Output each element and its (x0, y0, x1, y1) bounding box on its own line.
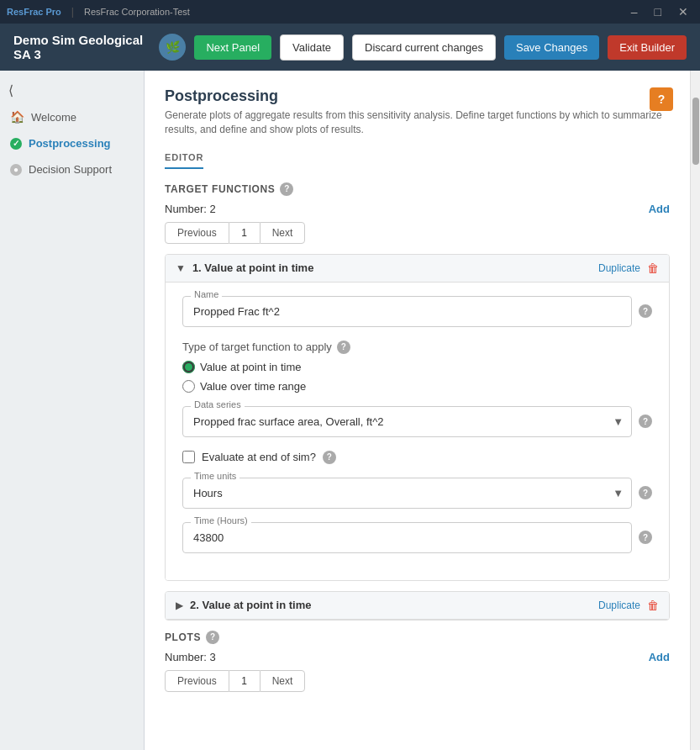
target-functions-count: 2 (209, 203, 215, 215)
time-value-help-icon[interactable]: ? (639, 531, 652, 544)
evaluate-group: Evaluate at end of sim? ? (182, 451, 652, 464)
target-functions-next-button[interactable]: Next (260, 222, 306, 244)
accordion-actions-2: Duplicate 🗑 (598, 599, 659, 612)
data-series-select[interactable]: Propped frac surface area, Overall, ft^2 (182, 406, 632, 437)
plots-help-icon[interactable]: ? (206, 631, 219, 644)
plots-next-button[interactable]: Next (260, 670, 306, 692)
data-series-help-icon[interactable]: ? (639, 415, 652, 428)
sidebar-label-decision: Decision Support (29, 163, 112, 176)
close-button[interactable]: ✕ (673, 3, 693, 20)
name-field-label: Name (191, 289, 222, 299)
maximize-button[interactable]: □ (650, 3, 666, 20)
time-units-label: Time units (191, 471, 239, 481)
plots-add-button[interactable]: Add (649, 651, 670, 663)
plots-label: PLOTS (165, 631, 201, 643)
save-button[interactable]: Save Changes (504, 35, 599, 60)
home-icon: 🏠 (10, 110, 24, 124)
name-field-group: Name ? (182, 296, 652, 327)
sidebar-item-decision[interactable]: ● Decision Support (0, 156, 144, 182)
plots-count: 3 (209, 651, 215, 663)
target-functions-add-button[interactable]: Add (649, 203, 670, 215)
data-series-select-wrapper: Propped frac surface area, Overall, ft^2… (182, 406, 632, 437)
scrollbar-track[interactable] (690, 71, 700, 750)
accordion-item-1: ▼ 1. Value at point in time Duplicate 🗑 … (165, 254, 670, 581)
delete-button-2[interactable]: 🗑 (647, 599, 659, 612)
page-title: Postprocessing (165, 87, 670, 105)
plots-page-num: 1 (229, 670, 260, 692)
sidebar-label-welcome: Welcome (31, 111, 76, 124)
time-units-select[interactable]: Hours Days Months Years (182, 478, 632, 509)
titlebar: ResFrac Pro | ResFrac Corporation-Test –… (0, 0, 700, 24)
plots-pagination: Previous 1 Next (165, 670, 670, 692)
target-functions-page-num: 1 (229, 222, 260, 244)
plots-number-row: Number: 3 Add (165, 651, 670, 663)
evaluate-help-icon[interactable]: ? (323, 451, 336, 464)
minimize-button[interactable]: – (626, 3, 643, 20)
sidebar: ⟨ 🏠 Welcome ✓ Postprocessing ● Decision … (0, 71, 145, 750)
logo-icon: 🌿 (159, 34, 186, 61)
plots-header: PLOTS ? (165, 631, 670, 644)
page-description: Generate plots of aggregate results from… (165, 108, 670, 137)
name-help-icon[interactable]: ? (639, 304, 652, 318)
topbar: Demo Sim Geological SA 3 🌿 Next Panel Va… (0, 24, 700, 71)
data-series-label: Data series (191, 399, 245, 409)
accordion-title-2: 2. Value at point in time (190, 599, 598, 611)
accordion-title-1: 1. Value at point in time (192, 261, 598, 274)
accordion-actions-1: Duplicate 🗑 (598, 261, 659, 275)
time-value-label: Time (Hours) (191, 515, 251, 526)
help-button[interactable]: ? (650, 87, 673, 111)
radio-range-input[interactable] (182, 380, 195, 393)
plots-prev-button[interactable]: Previous (165, 670, 229, 692)
time-units-group: Time units Hours Days Months Years ▼ ? (182, 478, 652, 509)
accordion-item-2: ▶ 2. Value at point in time Duplicate 🗑 (165, 591, 670, 621)
radio-value-at-point[interactable]: Value at point in time (182, 361, 652, 373)
duplicate-button-1[interactable]: Duplicate (598, 262, 640, 274)
editor-section-label: EDITOR (165, 152, 203, 169)
name-input[interactable] (182, 296, 632, 327)
sidebar-toggle[interactable]: ⟨ (0, 77, 144, 103)
type-label: Type of target function to apply (182, 341, 332, 353)
data-series-group: Data series Propped frac surface area, O… (182, 406, 652, 437)
radio-value-over-range[interactable]: Value over time range (182, 380, 652, 393)
sidebar-item-postprocessing[interactable]: ✓ Postprocessing (0, 130, 144, 156)
next-panel-button[interactable]: Next Panel (194, 35, 271, 60)
time-value-input[interactable] (182, 522, 632, 553)
company-name: ResFrac Corporation-Test (84, 7, 190, 17)
accordion-chevron-1[interactable]: ▼ (176, 262, 186, 274)
accordion-header-2: ▶ 2. Value at point in time Duplicate 🗑 (166, 592, 669, 620)
main-layout: ⟨ 🏠 Welcome ✓ Postprocessing ● Decision … (0, 71, 700, 750)
discard-button[interactable]: Discard current changes (352, 34, 496, 61)
radio-point-input[interactable] (182, 361, 195, 373)
accordion-chevron-2[interactable]: ▶ (176, 599, 183, 611)
type-help-icon[interactable]: ? (337, 341, 350, 354)
demo-title: Demo Sim Geological SA 3 (13, 33, 150, 61)
delete-button-1[interactable]: 🗑 (647, 261, 659, 275)
time-units-help-icon[interactable]: ? (639, 486, 652, 499)
status-icon-decision: ● (10, 164, 22, 176)
target-functions-label: TARGET FUNCTIONS (165, 183, 275, 195)
target-functions-prev-button[interactable]: Previous (165, 222, 229, 244)
accordion-body-1: Name ? Type of target function to apply … (166, 283, 669, 580)
plots-number: Number: 3 (165, 651, 216, 663)
sidebar-item-welcome[interactable]: 🏠 Welcome (0, 103, 144, 130)
validate-button[interactable]: Validate (280, 34, 344, 61)
type-radio-group: Value at point in time Value over time r… (182, 361, 652, 393)
type-group: Type of target function to apply ? Value… (182, 341, 652, 393)
app-name: ResFrac Pro (7, 7, 61, 17)
target-functions-number: Number: 2 (165, 203, 216, 215)
exit-button[interactable]: Exit Builder (608, 35, 687, 60)
duplicate-button-2[interactable]: Duplicate (598, 599, 640, 611)
status-icon-postprocessing: ✓ (10, 138, 22, 150)
target-functions-help-icon[interactable]: ? (280, 182, 293, 196)
target-functions-number-row: Number: 2 Add (165, 203, 670, 215)
target-functions-pagination: Previous 1 Next (165, 222, 670, 244)
time-units-select-wrapper: Hours Days Months Years ▼ (182, 478, 632, 509)
scrollbar-thumb[interactable] (692, 98, 699, 165)
target-functions-header: TARGET FUNCTIONS ? (165, 182, 670, 196)
evaluate-checkbox[interactable] (182, 451, 195, 463)
accordion-header-1: ▼ 1. Value at point in time Duplicate 🗑 (166, 255, 669, 283)
window-controls: – □ ✕ (626, 3, 693, 20)
time-value-group: Time (Hours) ? (182, 522, 652, 553)
evaluate-label: Evaluate at end of sim? (202, 451, 316, 463)
radio-range-label: Value over time range (200, 380, 306, 393)
